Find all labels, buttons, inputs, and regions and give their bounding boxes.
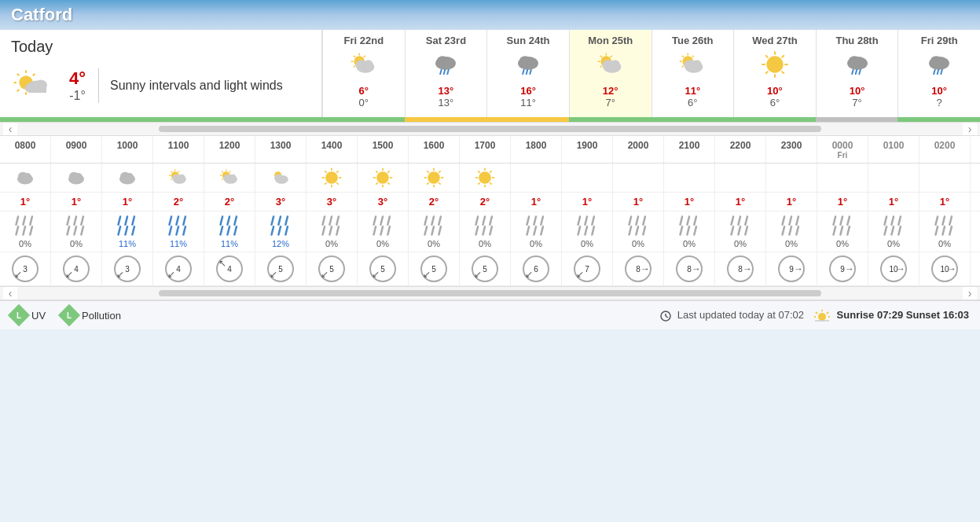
svg-line-173 bbox=[183, 226, 185, 234]
color-bar-segment bbox=[322, 117, 405, 122]
forecast-day-icon bbox=[655, 50, 731, 82]
hourly-time-label: 1900 bbox=[577, 140, 598, 151]
hourly-precip-row: 0%0%11%11%11%12%0%0%0%0%0%0%0%0%0%0%0%0%… bbox=[0, 211, 980, 252]
hourly-weather-icon-cell bbox=[613, 164, 664, 192]
precip-icon bbox=[372, 215, 394, 239]
scroll-bar-bottom[interactable]: ‹ › bbox=[0, 286, 980, 300]
scroll-track-bottom[interactable] bbox=[159, 290, 820, 296]
svg-line-227 bbox=[643, 226, 645, 234]
svg-point-123 bbox=[376, 171, 389, 184]
wind-indicator: 4↙ bbox=[165, 255, 192, 282]
hourly-temp-cell: 1° bbox=[868, 193, 919, 211]
svg-line-157 bbox=[74, 217, 76, 225]
hourly-time-cell: 0800 bbox=[0, 136, 51, 163]
hourly-time-label: 1100 bbox=[168, 140, 189, 151]
hourly-weather-icon-cell bbox=[817, 164, 868, 192]
svg-line-269 bbox=[816, 312, 817, 314]
forecast-day[interactable]: Thu 28th10°7° bbox=[816, 30, 898, 117]
svg-line-125 bbox=[387, 182, 389, 184]
svg-line-145 bbox=[478, 182, 479, 184]
precip-icon bbox=[167, 215, 189, 239]
precip-value: 0% bbox=[479, 239, 491, 248]
hourly-temp-value: 1° bbox=[889, 196, 898, 208]
hourly-precip-cell: 0% bbox=[409, 211, 460, 252]
svg-line-230 bbox=[694, 217, 696, 225]
svg-point-31 bbox=[519, 56, 531, 67]
hourly-time-label: 1500 bbox=[373, 140, 394, 151]
svg-point-26 bbox=[437, 56, 449, 67]
svg-point-98 bbox=[178, 175, 185, 181]
svg-line-260 bbox=[949, 217, 952, 225]
scroll-right-button[interactable]: › bbox=[963, 123, 977, 135]
precip-icon bbox=[934, 215, 956, 239]
hourly-scroll-container[interactable]: 0800090010001100120013001400150016001700… bbox=[0, 136, 980, 286]
svg-line-247 bbox=[840, 217, 842, 225]
hourly-precip-cell: 0% bbox=[613, 211, 664, 252]
svg-line-180 bbox=[272, 217, 274, 225]
scroll-bar-top[interactable]: ‹ › bbox=[0, 122, 980, 136]
hourly-temp-value: 1° bbox=[787, 196, 796, 208]
svg-line-153 bbox=[17, 226, 19, 234]
hourly-temp-row: 1°1°1°2°2°3°3°3°2°2°1°1°1°1°1°1°1°1°1° bbox=[0, 193, 980, 211]
precip-value: 0% bbox=[325, 239, 338, 248]
header: Catford bbox=[0, 0, 980, 30]
hourly-wind-cell: 4↖ bbox=[204, 252, 255, 285]
precip-icon bbox=[474, 215, 496, 239]
precip-icon bbox=[65, 215, 87, 239]
svg-line-214 bbox=[534, 226, 536, 234]
svg-line-222 bbox=[629, 217, 632, 225]
hourly-time-label: 1300 bbox=[270, 140, 292, 151]
hourly-temp-value: 1° bbox=[633, 196, 643, 208]
svg-point-74 bbox=[930, 56, 942, 67]
forecast-day[interactable]: Tue 26th11°6° bbox=[651, 30, 734, 117]
forecast-day[interactable]: Sun 24th16°11° bbox=[486, 30, 569, 117]
last-updated-text: Last updated today at 07:02 bbox=[660, 309, 804, 322]
forecast-day[interactable]: Sat 23rd13°13° bbox=[405, 30, 487, 117]
hourly-temp-cell: 1° bbox=[715, 193, 766, 211]
pollution-diamond-icon: L bbox=[58, 304, 80, 326]
hourly-time-cell: 1200 bbox=[204, 136, 255, 163]
hourly-weather-icon-cell bbox=[51, 164, 102, 192]
forecast-day-icon bbox=[409, 50, 484, 82]
scroll-right-bottom-button[interactable]: › bbox=[963, 287, 977, 300]
svg-line-67 bbox=[782, 55, 784, 57]
forecast-day[interactable]: Fri 22nd6°0° bbox=[322, 30, 405, 117]
forecast-high-temp: 10° bbox=[901, 85, 977, 97]
hourly-temp-value: 1° bbox=[685, 196, 694, 208]
svg-line-176 bbox=[234, 217, 237, 225]
hourly-temp-cell: 2° bbox=[409, 193, 460, 211]
svg-line-207 bbox=[476, 226, 479, 234]
svg-line-256 bbox=[891, 226, 894, 234]
top-strip: Today bbox=[0, 30, 980, 117]
hourly-time-label: 0000Fri bbox=[819, 140, 866, 160]
forecast-low-temp: 6° bbox=[655, 97, 731, 108]
hourly-temp-value: 3° bbox=[378, 196, 387, 208]
svg-line-270 bbox=[827, 312, 828, 314]
scroll-left-bottom-button[interactable]: ‹ bbox=[3, 287, 17, 300]
svg-point-113 bbox=[274, 175, 283, 182]
svg-line-225 bbox=[629, 226, 632, 234]
svg-line-262 bbox=[942, 226, 945, 234]
color-bar-rest bbox=[322, 117, 980, 122]
svg-line-55 bbox=[692, 56, 694, 57]
svg-line-105 bbox=[222, 171, 223, 173]
forecast-day[interactable]: Mon 25th12°7° bbox=[569, 30, 651, 117]
svg-line-122 bbox=[336, 171, 338, 172]
svg-line-209 bbox=[490, 226, 492, 234]
svg-line-233 bbox=[694, 226, 696, 234]
hourly-time-cell: 1300 bbox=[255, 136, 306, 163]
forecast-day-name: Sat 23rd bbox=[409, 35, 484, 46]
svg-point-110 bbox=[229, 175, 237, 181]
svg-line-95 bbox=[178, 171, 180, 173]
forecast-day[interactable]: Wed 27th10°6° bbox=[733, 30, 816, 117]
hourly-weather-icon-cell bbox=[358, 164, 409, 192]
forecast-day-icon bbox=[901, 50, 977, 82]
scroll-track[interactable] bbox=[159, 126, 820, 132]
wind-indicator: 10→ bbox=[931, 255, 958, 282]
today-weather-icon bbox=[11, 62, 58, 109]
svg-point-83 bbox=[75, 173, 83, 181]
forecast-day[interactable]: Fri 29th10°? bbox=[897, 30, 980, 117]
color-bar bbox=[0, 117, 980, 122]
scroll-left-button[interactable]: ‹ bbox=[3, 123, 17, 135]
svg-line-147 bbox=[478, 171, 479, 172]
